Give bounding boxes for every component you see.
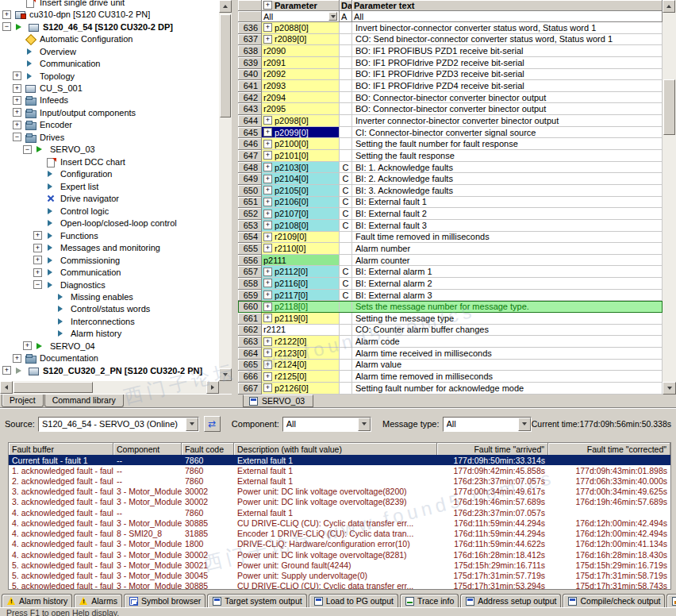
- expand-icon[interactable]: +: [263, 175, 272, 183]
- tree-item-expert-list[interactable]: Expert list: [0, 180, 219, 192]
- param-text-cell[interactable]: BI: 3. Acknowledge faults: [352, 185, 663, 197]
- param-name-cell[interactable]: +p2106[0]: [262, 197, 340, 209]
- expand-icon[interactable]: +: [23, 341, 32, 350]
- param-name-cell[interactable]: r2090: [262, 45, 340, 57]
- expand-icon[interactable]: +: [263, 151, 272, 160]
- column-header-data[interactable]: Data: [340, 0, 352, 11]
- param-name-cell[interactable]: +p2108[0]: [262, 220, 340, 232]
- param-row-number[interactable]: 655: [238, 243, 262, 255]
- expand-icon[interactable]: +: [13, 108, 21, 117]
- param-row-number[interactable]: 660: [238, 301, 262, 313]
- param-text-cell[interactable]: BI: 1. Acknowledge faults: [352, 162, 663, 174]
- param-name-cell[interactable]: +r2125[0]: [262, 371, 340, 383]
- tree-item-documentation[interactable]: +Documentation: [0, 352, 219, 364]
- column-header-component[interactable]: Component: [113, 443, 182, 455]
- tree-item-missing-enables[interactable]: Missing enables: [0, 291, 219, 302]
- filter-parameter[interactable]: All: [262, 11, 340, 22]
- fault-row[interactable]: 4. acknowledged fault - fault 23 - Motor…: [9, 549, 670, 560]
- param-row-number[interactable]: 649: [238, 173, 262, 185]
- param-row-number[interactable]: 646: [238, 138, 262, 150]
- tree-item-encoder[interactable]: +Encoder: [0, 119, 219, 131]
- param-text-cell[interactable]: Alarm counter: [352, 255, 663, 267]
- expand-icon[interactable]: +: [2, 366, 11, 375]
- tree-item-insert-single-drive-unit[interactable]: Insert single drive unit: [0, 0, 219, 8]
- tab-address-setup-output[interactable]: Address setup output: [460, 594, 561, 607]
- param-row-number[interactable]: 666: [238, 371, 262, 383]
- expand-icon[interactable]: +: [263, 210, 272, 218]
- tree-item-communication[interactable]: Communication: [0, 57, 219, 69]
- tree-item-overview[interactable]: Overview: [0, 45, 219, 57]
- tree-item-communication[interactable]: +Communication: [0, 266, 219, 278]
- expand-icon[interactable]: +: [263, 128, 272, 137]
- expand-all-icon[interactable]: +: [263, 1, 272, 10]
- expand-icon[interactable]: +: [263, 314, 272, 322]
- param-text-cell[interactable]: Inverter connector-binector converter bi…: [352, 115, 663, 127]
- expand-icon[interactable]: +: [33, 244, 42, 252]
- tree-item-s120-cu320-2-pn-s120-cu320-2-pn[interactable]: +S120_CU320_2_PN [S120 CU320-2 PN]: [0, 364, 219, 376]
- param-name-cell[interactable]: +p2118[0]: [262, 301, 340, 313]
- param-name-cell[interactable]: r2093: [262, 80, 340, 92]
- expand-icon[interactable]: +: [263, 233, 272, 241]
- chevron-down-icon[interactable]: [358, 418, 371, 431]
- expand-icon[interactable]: +: [263, 116, 272, 125]
- param-row-number[interactable]: 643: [238, 103, 262, 115]
- param-row-number[interactable]: 667: [238, 383, 262, 395]
- expand-icon[interactable]: +: [13, 96, 21, 105]
- fault-row[interactable]: 2. acknowledged fault - fault 1--7860Ext…: [9, 475, 670, 486]
- expand-icon[interactable]: +: [263, 372, 272, 381]
- param-row-number[interactable]: 665: [238, 360, 262, 372]
- param-row-number[interactable]: 645: [238, 127, 262, 139]
- tab-load-to-pg-output[interactable]: Load to PG output: [309, 594, 398, 607]
- param-text-cell[interactable]: BO: Connector-binector converter binecto…: [352, 103, 663, 115]
- tab-project[interactable]: Project: [2, 395, 44, 407]
- tree-item-control-logic[interactable]: Control logic: [0, 205, 219, 217]
- tree-item-open-loop-closed-loop-control[interactable]: Open-loop/closed-loop control: [0, 217, 219, 229]
- param-row-number[interactable]: 639: [238, 57, 262, 69]
- expand-icon[interactable]: +: [263, 186, 272, 194]
- collapse-icon[interactable]: −: [23, 145, 32, 154]
- tree-vertical-scrollbar[interactable]: [219, 0, 232, 381]
- tree-item-servo-03[interactable]: −SERVO_03: [0, 144, 219, 156]
- param-text-cell[interactable]: BO: Connector-binector converter binecto…: [352, 92, 663, 104]
- tree-item-drive-navigator[interactable]: Drive navigator: [0, 193, 219, 205]
- param-name-cell[interactable]: r2121: [262, 325, 340, 337]
- tree-item-commissioning[interactable]: +Commissioning: [0, 254, 219, 266]
- collapse-icon[interactable]: −: [13, 133, 21, 141]
- param-name-cell[interactable]: +p2103[0]: [262, 162, 340, 174]
- filter-parameter-text[interactable]: All: [352, 11, 663, 22]
- expand-icon[interactable]: +: [263, 198, 272, 206]
- scroll-right-icon[interactable]: [206, 381, 219, 394]
- expand-icon[interactable]: +: [263, 23, 272, 32]
- param-text-cell[interactable]: BI: External fault 3: [352, 220, 663, 232]
- param-row-number[interactable]: 642: [238, 92, 262, 104]
- param-name-cell[interactable]: +r2110[0]: [262, 243, 340, 255]
- scroll-up-icon[interactable]: [219, 0, 232, 13]
- expand-icon[interactable]: +: [13, 121, 21, 129]
- param-name-cell[interactable]: +r2122[0]: [262, 336, 340, 348]
- expand-icon[interactable]: +: [33, 231, 42, 240]
- param-text-cell[interactable]: Alar­m number: [352, 243, 663, 255]
- expand-icon[interactable]: +: [263, 348, 272, 357]
- expand-icon[interactable]: +: [263, 360, 272, 369]
- param-row-number[interactable]: 640: [238, 69, 262, 81]
- grid-vertical-scrollbar[interactable]: [663, 0, 676, 395]
- param-name-cell[interactable]: +r2089[0]: [262, 34, 340, 46]
- param-text-cell[interactable]: Setting the message type: [352, 313, 663, 325]
- param-text-cell[interactable]: Fault time removed in milliseconds: [352, 232, 663, 244]
- tree-item-insert-dcc-chart[interactable]: Insert DCC chart: [0, 156, 219, 167]
- param-name-cell[interactable]: +p2107[0]: [262, 208, 340, 220]
- param-text-cell[interactable]: BI: External alarm 3: [352, 290, 663, 302]
- param-row-number[interactable]: 652: [238, 208, 262, 220]
- param-name-cell[interactable]: +p2119[0]: [262, 313, 340, 325]
- expand-icon[interactable]: +: [33, 256, 42, 264]
- param-name-cell[interactable]: p2111: [262, 255, 340, 267]
- tree-item-automatic-configuration[interactable]: Automatic Configuration: [0, 33, 219, 44]
- param-name-cell[interactable]: +p2100[0]: [262, 138, 340, 150]
- tab-alarms[interactable]: Alarms: [74, 594, 122, 607]
- tab-alarm-history[interactable]: Alarm history: [2, 594, 72, 607]
- param-name-cell[interactable]: r2094: [262, 92, 340, 104]
- param-name-cell[interactable]: +p2101[0]: [262, 150, 340, 162]
- param-row-number[interactable]: 654: [238, 232, 262, 244]
- param-name-cell[interactable]: +p2098[0]: [262, 115, 340, 127]
- scrollbar-thumb[interactable]: [13, 382, 93, 393]
